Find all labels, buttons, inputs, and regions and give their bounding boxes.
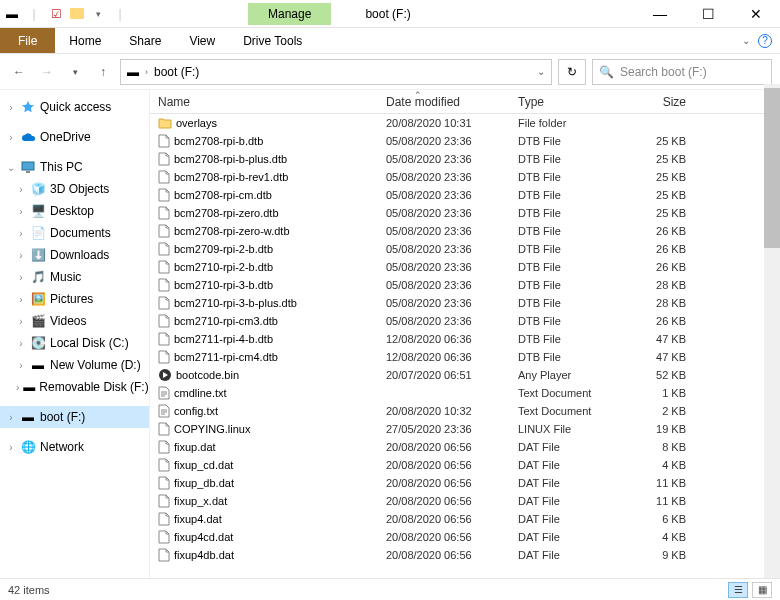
column-header: Name Date modified Type Size ⌃ [150, 90, 780, 114]
sidebar-item-this-pc[interactable]: ⌄ This PC [0, 156, 149, 178]
file-name: bcm2708-rpi-b.dtb [174, 135, 263, 147]
sidebar-item-documents[interactable]: ›📄Documents [0, 222, 149, 244]
column-name[interactable]: Name [150, 90, 378, 113]
column-size[interactable]: Size [614, 90, 694, 113]
file-row[interactable]: fixup_db.dat20/08/2020 06:56DAT File11 K… [150, 474, 780, 492]
refresh-button[interactable]: ↻ [558, 59, 586, 85]
drive-icon: 💽 [30, 336, 46, 350]
sidebar-item-videos[interactable]: ›🎬Videos [0, 310, 149, 332]
file-menu[interactable]: File [0, 28, 55, 53]
file-date: 05/08/2020 23:36 [378, 207, 510, 219]
file-icon [158, 530, 170, 544]
sidebar-item-boot[interactable]: › ▬ boot (F:) [0, 406, 149, 428]
address-bar[interactable]: ▬ › boot (F:) ⌄ [120, 59, 552, 85]
forward-button[interactable]: → [36, 61, 58, 83]
file-row[interactable]: bcm2711-rpi-4-b.dtb12/08/2020 06:36DTB F… [150, 330, 780, 348]
share-menu[interactable]: Share [115, 28, 175, 53]
sidebar-item-local-disk[interactable]: ›💽Local Disk (C:) [0, 332, 149, 354]
up-button[interactable]: ↑ [92, 61, 114, 83]
search-box[interactable]: 🔍 Search boot (F:) [592, 59, 772, 85]
chevron-right-icon[interactable]: › [6, 442, 16, 453]
vertical-scrollbar[interactable] [764, 84, 780, 578]
view-menu[interactable]: View [175, 28, 229, 53]
file-name: bcm2711-rpi-4-b.dtb [174, 333, 273, 345]
file-row[interactable]: COPYING.linux27/05/2020 23:36LINUX File1… [150, 420, 780, 438]
scrollbar-thumb[interactable] [764, 88, 780, 248]
file-row[interactable]: bcm2708-rpi-b.dtb05/08/2020 23:36DTB Fil… [150, 132, 780, 150]
file-type: DTB File [510, 135, 614, 147]
sidebar-label: This PC [40, 160, 83, 174]
drive-tools-menu[interactable]: Drive Tools [229, 28, 316, 53]
file-row[interactable]: fixup_cd.dat20/08/2020 06:56DAT File4 KB [150, 456, 780, 474]
qat-icon[interactable]: ☑ [48, 6, 64, 22]
ribbon-collapse-icon[interactable]: ⌄ [742, 35, 750, 46]
path-chevron-icon[interactable]: › [145, 67, 148, 77]
file-row[interactable]: bcm2710-rpi-2-b.dtb05/08/2020 23:36DTB F… [150, 258, 780, 276]
sidebar-item-quick-access[interactable]: › Quick access [0, 96, 149, 118]
history-dropdown-icon[interactable]: ▾ [64, 61, 86, 83]
sidebar-item-pictures[interactable]: ›🖼️Pictures [0, 288, 149, 310]
back-button[interactable]: ← [8, 61, 30, 83]
file-row[interactable]: bcm2708-rpi-b-rev1.dtb05/08/2020 23:36DT… [150, 168, 780, 186]
file-row[interactable]: bcm2710-rpi-3-b.dtb05/08/2020 23:36DTB F… [150, 276, 780, 294]
file-row[interactable]: bcm2709-rpi-2-b.dtb05/08/2020 23:36DTB F… [150, 240, 780, 258]
documents-icon: 📄 [30, 226, 46, 240]
thumbnails-view-button[interactable]: ▦ [752, 582, 772, 598]
file-type: DTB File [510, 351, 614, 363]
file-row[interactable]: bcm2708-rpi-cm.dtb05/08/2020 23:36DTB Fi… [150, 186, 780, 204]
file-row[interactable]: fixup_x.dat20/08/2020 06:56DAT File11 KB [150, 492, 780, 510]
file-row[interactable]: cmdline.txtText Document1 KB [150, 384, 780, 402]
sidebar-item-onedrive[interactable]: › OneDrive [0, 126, 149, 148]
home-menu[interactable]: Home [55, 28, 115, 53]
file-size: 11 KB [614, 495, 694, 507]
file-row[interactable]: fixup4cd.dat20/08/2020 06:56DAT File4 KB [150, 528, 780, 546]
file-row[interactable]: bcm2708-rpi-b-plus.dtb05/08/2020 23:36DT… [150, 150, 780, 168]
column-date[interactable]: Date modified [378, 90, 510, 113]
manage-tab[interactable]: Manage [248, 3, 331, 25]
sidebar-item-music[interactable]: ›🎵Music [0, 266, 149, 288]
chevron-right-icon[interactable]: › [6, 102, 16, 113]
maximize-button[interactable]: ☐ [688, 4, 728, 24]
chevron-right-icon[interactable]: › [6, 412, 16, 423]
file-row[interactable]: overlays20/08/2020 10:31File folder [150, 114, 780, 132]
sidebar-item-network[interactable]: › 🌐 Network [0, 436, 149, 458]
sidebar-item-new-volume[interactable]: ›▬New Volume (D:) [0, 354, 149, 376]
file-row[interactable]: fixup.dat20/08/2020 06:56DAT File8 KB [150, 438, 780, 456]
file-icon [158, 512, 170, 526]
file-date: 20/08/2020 06:56 [378, 549, 510, 561]
file-row[interactable]: bcm2708-rpi-zero.dtb05/08/2020 23:36DTB … [150, 204, 780, 222]
file-row[interactable]: bcm2708-rpi-zero-w.dtb05/08/2020 23:36DT… [150, 222, 780, 240]
file-row[interactable]: bcm2710-rpi-3-b-plus.dtb05/08/2020 23:36… [150, 294, 780, 312]
desktop-icon: 🖥️ [30, 204, 46, 218]
sidebar-item-desktop[interactable]: ›🖥️Desktop [0, 200, 149, 222]
file-date: 12/08/2020 06:36 [378, 351, 510, 363]
file-row[interactable]: bcm2710-rpi-cm3.dtb05/08/2020 23:36DTB F… [150, 312, 780, 330]
qat-dropdown-icon[interactable]: ▾ [90, 6, 106, 22]
chevron-right-icon[interactable]: › [6, 132, 16, 143]
chevron-down-icon[interactable]: ⌄ [6, 162, 16, 173]
column-type[interactable]: Type [510, 90, 614, 113]
file-type: DTB File [510, 333, 614, 345]
file-row[interactable]: bootcode.bin20/07/2020 06:51Any Player52… [150, 366, 780, 384]
sidebar-item-downloads[interactable]: ›⬇️Downloads [0, 244, 149, 266]
file-row[interactable]: config.txt20/08/2020 10:32Text Document2… [150, 402, 780, 420]
minimize-button[interactable]: — [640, 4, 680, 24]
file-date: 05/08/2020 23:36 [378, 135, 510, 147]
help-icon[interactable]: ? [758, 34, 772, 48]
media-icon [158, 368, 172, 382]
file-type: LINUX File [510, 423, 614, 435]
sidebar-label: Quick access [40, 100, 111, 114]
sidebar-item-removable[interactable]: ›▬Removable Disk (F:) [0, 376, 149, 398]
file-name: bcm2709-rpi-2-b.dtb [174, 243, 273, 255]
file-date: 05/08/2020 23:36 [378, 153, 510, 165]
folder-small-icon [70, 8, 84, 19]
file-row[interactable]: fixup4.dat20/08/2020 06:56DAT File6 KB [150, 510, 780, 528]
file-name: bcm2710-rpi-cm3.dtb [174, 315, 278, 327]
file-row[interactable]: fixup4db.dat20/08/2020 06:56DAT File9 KB [150, 546, 780, 564]
file-row[interactable]: bcm2711-rpi-cm4.dtb12/08/2020 06:36DTB F… [150, 348, 780, 366]
sidebar-item-3d-objects[interactable]: ›🧊3D Objects [0, 178, 149, 200]
file-list[interactable]: overlays20/08/2020 10:31File folderbcm27… [150, 114, 780, 564]
details-view-button[interactable]: ☰ [728, 582, 748, 598]
address-dropdown-icon[interactable]: ⌄ [537, 66, 545, 77]
close-button[interactable]: ✕ [736, 4, 776, 24]
